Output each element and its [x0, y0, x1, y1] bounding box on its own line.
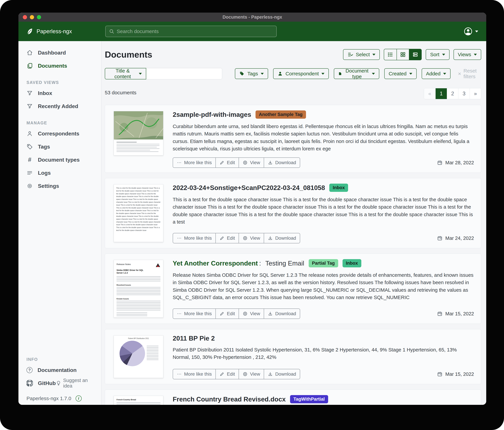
sidebar-item-label: Documents: [38, 63, 67, 69]
sidebar-item-github[interactable]: GitHub: [18, 377, 56, 390]
tag-chip[interactable]: Partial Tag: [309, 259, 338, 267]
user-menu[interactable]: [464, 27, 478, 36]
filter-text-input[interactable]: [146, 68, 222, 79]
sidebar-item-label: Tags: [38, 144, 50, 150]
filter-tags-button[interactable]: Tags: [235, 68, 268, 79]
document-date-label: Mar 28, 2022: [445, 160, 474, 166]
filter-funnel-icon: [27, 103, 33, 109]
view-button[interactable]: View: [239, 309, 264, 318]
pagination-prev[interactable]: «: [424, 88, 435, 99]
calendar-icon: [437, 235, 443, 241]
view-button[interactable]: View: [239, 158, 264, 168]
filter-document-type-label: Document type: [345, 68, 369, 79]
download-button[interactable]: Download: [264, 158, 300, 168]
filter-created-button[interactable]: Created: [384, 68, 417, 79]
filter-field-selector[interactable]: Title & content: [105, 68, 146, 79]
edit-button[interactable]: Edit: [216, 309, 239, 318]
sidebar-item-tags[interactable]: Tags: [18, 140, 101, 153]
more-like-this-button[interactable]: More like this: [173, 233, 216, 243]
window-controls: [23, 13, 41, 22]
views-button[interactable]: Views: [454, 49, 481, 60]
suggest-idea-link[interactable]: Suggest an idea: [56, 378, 101, 389]
edit-label: Edit: [227, 160, 235, 165]
close-window-button[interactable]: [23, 15, 27, 19]
info-icon[interactable]: i: [76, 395, 82, 402]
tag-chip[interactable]: Another Sample Tag: [255, 111, 306, 119]
sort-button-label: Sort: [430, 52, 439, 57]
view-label: View: [250, 371, 260, 377]
edit-button[interactable]: Edit: [216, 369, 239, 379]
document-thumbnail[interactable]: Release Notes Simba ODBC Driver for SQL …: [114, 260, 163, 318]
more-like-this-button[interactable]: More like this: [173, 158, 216, 168]
document-correspondent[interactable]: Yet Another Correspondent: [173, 260, 258, 267]
sidebar-item-dashboard[interactable]: Dashboard: [18, 46, 101, 59]
pagination-next[interactable]: »: [470, 88, 481, 99]
view-detail-button[interactable]: [409, 49, 421, 60]
sidebar-item-document-types[interactable]: # Document types: [18, 153, 101, 166]
sidebar-item-logs[interactable]: Logs: [18, 166, 101, 179]
search-input[interactable]: [117, 28, 276, 34]
reset-filters-button[interactable]: × Reset filters: [458, 68, 481, 79]
document-title[interactable]: 2sample-pdf-with-images: [173, 111, 251, 118]
download-button[interactable]: Download: [264, 233, 300, 243]
document-thumbnail[interactable]: This is a test for the double space char…: [114, 184, 163, 242]
document-thumbnail[interactable]: French Country Bread: [114, 396, 163, 405]
document-excerpt: Patient BP Distribution 2011 Isolated Sy…: [173, 346, 474, 361]
edit-button[interactable]: Edit: [216, 233, 239, 243]
document-excerpt: Release Notes Simba ODBC Driver for SQL …: [173, 271, 474, 301]
hash-icon: #: [27, 156, 33, 163]
sidebar-item-documents[interactable]: Documents: [18, 59, 101, 72]
pagination-page-1[interactable]: 1: [435, 88, 447, 99]
sort-button[interactable]: Sort: [426, 49, 449, 60]
view-grid-button[interactable]: [396, 49, 409, 60]
document-title[interactable]: 2022-03-24+Sonstige+ScanPC2022-03-24_081…: [173, 184, 325, 191]
pagination-page-3[interactable]: 3: [458, 88, 470, 99]
dots-icon: [177, 236, 182, 241]
document-card: Patient BP Distribution 2011: [105, 329, 481, 384]
sidebar-item-inbox[interactable]: Inbox: [18, 87, 101, 100]
filter-correspondent-button[interactable]: Correspondent: [273, 68, 329, 79]
document-date-label: Mar 24, 2022: [445, 235, 474, 241]
pie-chart-graphic: [119, 341, 145, 366]
document-card: This is a test for the double space char…: [105, 178, 481, 248]
zoom-window-button[interactable]: [37, 15, 41, 19]
document-thumbnail[interactable]: Patient BP Distribution 2011: [114, 335, 163, 378]
sidebar-item-recently-added[interactable]: Recently Added: [18, 100, 101, 113]
device-frame: Documents - Paperless-ngx Paperless-ngx …: [0, 0, 504, 430]
brand[interactable]: Paperless-ngx: [26, 28, 72, 35]
tag-chip[interactable]: Inbox: [329, 184, 348, 192]
document-title[interactable]: Testing Email: [265, 260, 304, 267]
sidebar-item-settings[interactable]: Settings: [18, 179, 101, 193]
download-button[interactable]: Download: [264, 369, 300, 379]
document-title[interactable]: French Country Bread Revised.docx: [173, 396, 286, 403]
calendar-icon: [437, 371, 443, 377]
document-thumbnail[interactable]: [114, 111, 163, 155]
tag-chip[interactable]: Inbox: [342, 259, 361, 267]
more-like-this-button[interactable]: More like this: [173, 309, 216, 318]
view-button[interactable]: View: [239, 233, 264, 243]
filter-added-button[interactable]: Added: [422, 68, 451, 79]
select-button[interactable]: Select: [343, 49, 380, 60]
minimize-window-button[interactable]: [30, 15, 34, 19]
pencil-icon: [219, 160, 225, 165]
document-title[interactable]: 2011 BP Pie 2: [173, 335, 215, 342]
edit-button[interactable]: Edit: [216, 158, 239, 168]
view-button[interactable]: View: [239, 369, 264, 379]
filter-document-type-button[interactable]: Document type: [334, 68, 379, 79]
chevron-down-icon: [321, 73, 324, 75]
documents-icon: [27, 63, 33, 69]
download-button[interactable]: Download: [264, 309, 300, 318]
tag-chip[interactable]: TagWithPartial: [290, 395, 328, 403]
pagination-page-2[interactable]: 2: [447, 88, 458, 99]
view-table-button[interactable]: [384, 49, 396, 60]
views-button-label: Views: [458, 52, 471, 57]
more-like-this-button[interactable]: More like this: [173, 369, 216, 379]
sidebar-item-documentation[interactable]: ? Documentation: [18, 364, 101, 377]
view-icon: [243, 160, 248, 165]
view-label: View: [250, 235, 260, 241]
grid-view-icon: [400, 52, 406, 57]
document-card: 2sample-pdf-with-images Another Sample T…: [105, 105, 481, 173]
chevron-down-icon: [443, 73, 446, 75]
view-label: View: [250, 311, 260, 316]
sidebar-item-correspondents[interactable]: Correspondents: [18, 127, 101, 140]
